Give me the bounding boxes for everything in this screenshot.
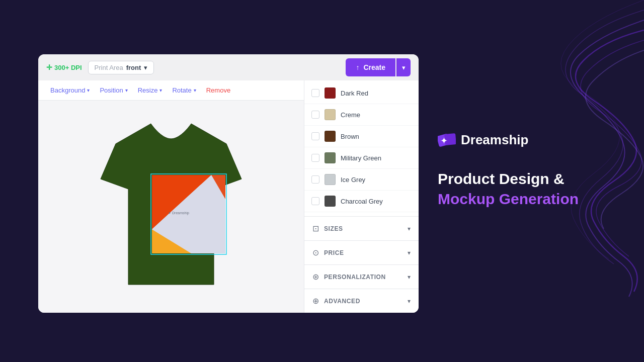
canvas-panel: Background ▾ Position ▾ Resize ▾ Rotate … (38, 80, 304, 313)
position-chevron-icon: ▾ (125, 87, 128, 93)
resize-button[interactable]: Resize ▾ (134, 84, 167, 96)
tshirt-svg: ✦ Dreamship (91, 114, 252, 300)
accordion-section-price[interactable]: ⊙PRICE▾ (304, 240, 419, 264)
color-checkbox[interactable] (311, 111, 319, 119)
accordion-chevron-icon: ▾ (408, 225, 411, 232)
accordion-icon: ⊕ (312, 296, 319, 306)
branding-section: ✦ Dreamship Product Design & Mockup Gene… (438, 131, 579, 208)
color-name: Ice Grey (341, 176, 365, 184)
color-checkbox[interactable] (311, 132, 319, 140)
svg-text:✦: ✦ (440, 136, 448, 146)
accordion-icon: ⊛ (312, 272, 319, 282)
header-row: ✛ 300+ DPI Print Area front ▾ ↑ Create ▾ (38, 54, 419, 80)
dreamship-logo-icon: ✦ (438, 131, 456, 149)
color-checkbox[interactable] (311, 175, 319, 184)
color-list: Dark RedCremeBrownMilitary GreenIce Grey… (304, 80, 419, 216)
rotate-chevron-icon: ▾ (194, 87, 196, 93)
color-name: Charcoal Grey (341, 198, 383, 205)
remove-button[interactable]: Remove (202, 84, 234, 96)
accordion-label: ADVANCED (324, 298, 403, 305)
create-button[interactable]: ↑ Create (346, 58, 395, 76)
color-name: Dark Red (341, 89, 368, 97)
position-button[interactable]: Position ▾ (96, 84, 131, 96)
color-swatch (325, 152, 336, 163)
main-editor-card: ✛ 300+ DPI Print Area front ▾ ↑ Create ▾ (38, 54, 419, 313)
svg-text:✦ Dreamship: ✦ Dreamship (168, 211, 189, 215)
print-area-button[interactable]: Print Area front ▾ (88, 61, 154, 74)
create-button-group: ↑ Create ▾ (346, 58, 411, 76)
accordion-chevron-icon: ▾ (408, 249, 411, 256)
chevron-down-icon: ▾ (144, 64, 147, 71)
color-swatch (325, 174, 336, 185)
dpi-badge: ✛ 300+ DPI (46, 63, 82, 71)
accordion-icon: ⊡ (312, 224, 319, 233)
tagline-sub: Mockup Generation (438, 191, 579, 208)
color-name: Brown (341, 133, 359, 140)
dropdown-chevron-icon: ▾ (402, 64, 406, 71)
color-item: Charcoal Grey (304, 191, 419, 212)
resize-chevron-icon: ▾ (159, 87, 162, 93)
accordion-label: SIZES (324, 225, 403, 232)
dpi-icon: ✛ (46, 63, 52, 71)
color-checkbox[interactable] (311, 89, 319, 97)
color-swatch (325, 109, 336, 120)
color-item: Ice Grey (304, 169, 419, 191)
create-dropdown-button[interactable]: ▾ (396, 58, 411, 76)
background-chevron-icon: ▾ (87, 87, 90, 93)
tagline-main: Product Design & (438, 169, 579, 189)
tshirt-container: ✦ Dreamship (91, 114, 252, 300)
accordion-label: PERSONALIZATION (324, 274, 403, 281)
color-swatch (325, 131, 336, 142)
canvas-area: ✦ Dreamship (38, 101, 304, 313)
upload-icon: ↑ (356, 63, 359, 71)
color-item: Brown (304, 126, 419, 147)
color-item: Military Green (304, 147, 419, 169)
dreamship-name: Dreamship (461, 132, 528, 148)
color-item: Turf Green (304, 212, 419, 216)
accordion-icon: ⊙ (312, 248, 319, 257)
color-swatch (325, 87, 336, 99)
dreamship-logo: ✦ Dreamship (438, 131, 579, 149)
rotate-button[interactable]: Rotate ▾ (168, 84, 200, 96)
color-name: Military Green (341, 154, 381, 162)
accordion-section-advanced[interactable]: ⊕ADVANCED▾ (304, 289, 419, 313)
color-checkbox[interactable] (311, 197, 319, 205)
content-area: Background ▾ Position ▾ Resize ▾ Rotate … (38, 80, 419, 313)
color-checkbox[interactable] (311, 154, 319, 162)
accordion-chevron-icon: ▾ (408, 298, 411, 305)
color-item: Dark Red (304, 82, 419, 104)
background-button[interactable]: Background ▾ (46, 84, 94, 96)
color-item: Creme (304, 104, 419, 126)
accordion-section-personalization[interactable]: ⊛PERSONALIZATION▾ (304, 264, 419, 289)
right-panel: Dark RedCremeBrownMilitary GreenIce Grey… (304, 80, 419, 313)
canvas-toolbar: Background ▾ Position ▾ Resize ▾ Rotate … (38, 80, 304, 101)
accordion-chevron-icon: ▾ (408, 274, 411, 281)
color-swatch (325, 196, 336, 207)
accordion-section-sizes[interactable]: ⊡SIZES▾ (304, 216, 419, 240)
accordion-label: PRICE (324, 249, 403, 256)
accordion-sections: ⊡SIZES▾⊙PRICE▾⊛PERSONALIZATION▾⊕ADVANCED… (304, 216, 419, 313)
color-name: Creme (341, 111, 360, 119)
